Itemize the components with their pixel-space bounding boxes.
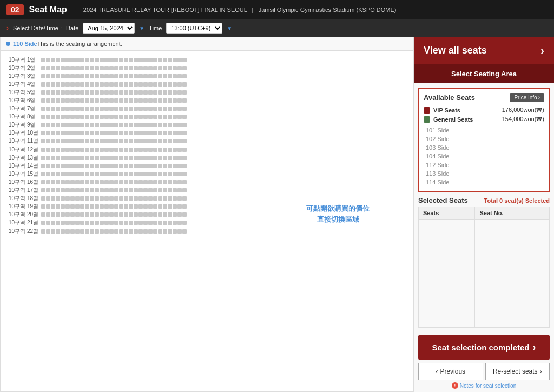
seat[interactable] bbox=[114, 212, 118, 217]
seat[interactable] bbox=[104, 188, 109, 192]
seats-container[interactable] bbox=[41, 123, 187, 127]
seat[interactable] bbox=[51, 66, 55, 70]
seats-container[interactable] bbox=[41, 131, 187, 135]
seat[interactable] bbox=[95, 66, 99, 70]
notes-link[interactable]: ! Notes for seat selection bbox=[418, 382, 550, 389]
seat[interactable] bbox=[56, 58, 60, 62]
seat[interactable] bbox=[95, 188, 99, 192]
seat[interactable] bbox=[138, 139, 143, 143]
seat[interactable] bbox=[51, 139, 55, 143]
date-select[interactable]: Aug 15, 2024 bbox=[83, 23, 135, 34]
seat[interactable] bbox=[41, 82, 45, 87]
seat[interactable] bbox=[168, 156, 172, 160]
seat[interactable] bbox=[61, 82, 65, 87]
seat[interactable] bbox=[177, 107, 182, 111]
seat[interactable] bbox=[143, 212, 148, 217]
seat[interactable] bbox=[70, 172, 75, 176]
seat[interactable] bbox=[129, 98, 133, 103]
seat[interactable] bbox=[65, 82, 70, 87]
seat[interactable] bbox=[95, 123, 99, 127]
seat[interactable] bbox=[129, 212, 133, 217]
seat[interactable] bbox=[61, 148, 65, 152]
seat[interactable] bbox=[182, 148, 187, 152]
seat[interactable] bbox=[75, 90, 80, 95]
seat[interactable] bbox=[90, 115, 94, 119]
seat[interactable] bbox=[41, 123, 45, 127]
seat[interactable] bbox=[56, 115, 60, 119]
seat[interactable] bbox=[51, 196, 55, 201]
seat[interactable] bbox=[153, 164, 157, 168]
seat[interactable] bbox=[124, 82, 128, 87]
seat[interactable] bbox=[61, 131, 65, 135]
seat[interactable] bbox=[158, 115, 162, 119]
seat[interactable] bbox=[158, 98, 162, 103]
seat[interactable] bbox=[168, 221, 172, 225]
seat[interactable] bbox=[75, 229, 80, 234]
seat[interactable] bbox=[70, 66, 75, 70]
seat[interactable] bbox=[124, 139, 128, 143]
previous-button[interactable]: ‹ Previous bbox=[418, 363, 483, 380]
seat[interactable] bbox=[138, 98, 143, 103]
seat[interactable] bbox=[41, 98, 45, 103]
seat[interactable] bbox=[109, 139, 114, 143]
seat[interactable] bbox=[95, 90, 99, 95]
seat[interactable] bbox=[177, 74, 182, 78]
seat[interactable] bbox=[143, 164, 148, 168]
seat[interactable] bbox=[70, 58, 75, 62]
seat[interactable] bbox=[70, 156, 75, 160]
seat[interactable] bbox=[134, 221, 138, 225]
seats-container[interactable] bbox=[41, 58, 187, 62]
seat[interactable] bbox=[56, 131, 60, 135]
seat[interactable] bbox=[70, 107, 75, 111]
seat[interactable] bbox=[158, 229, 162, 234]
seat[interactable] bbox=[104, 221, 109, 225]
seat[interactable] bbox=[119, 139, 123, 143]
seat[interactable] bbox=[114, 66, 118, 70]
seat[interactable] bbox=[100, 172, 104, 176]
seat[interactable] bbox=[129, 139, 133, 143]
seat[interactable] bbox=[51, 82, 55, 87]
seat[interactable] bbox=[134, 58, 138, 62]
seat[interactable] bbox=[46, 164, 50, 168]
seat[interactable] bbox=[163, 115, 167, 119]
seat[interactable] bbox=[119, 66, 123, 70]
seat[interactable] bbox=[65, 164, 70, 168]
seat[interactable] bbox=[134, 115, 138, 119]
seat[interactable] bbox=[100, 196, 104, 201]
seat[interactable] bbox=[168, 229, 172, 234]
seat[interactable] bbox=[65, 156, 70, 160]
seat[interactable] bbox=[46, 148, 50, 152]
seats-container[interactable] bbox=[41, 148, 187, 152]
seat[interactable] bbox=[109, 180, 114, 184]
seat[interactable] bbox=[173, 172, 177, 176]
seat[interactable] bbox=[129, 90, 133, 95]
seat[interactable] bbox=[46, 180, 50, 184]
seat[interactable] bbox=[41, 148, 45, 152]
seat[interactable] bbox=[119, 107, 123, 111]
seat[interactable] bbox=[148, 188, 153, 192]
seat[interactable] bbox=[51, 164, 55, 168]
seat[interactable] bbox=[41, 74, 45, 78]
seat[interactable] bbox=[129, 229, 133, 234]
seat[interactable] bbox=[182, 204, 187, 209]
seat[interactable] bbox=[173, 107, 177, 111]
seat[interactable] bbox=[173, 82, 177, 87]
seat[interactable] bbox=[119, 180, 123, 184]
seat[interactable] bbox=[134, 98, 138, 103]
seat[interactable] bbox=[61, 98, 65, 103]
seat[interactable] bbox=[153, 74, 157, 78]
seat[interactable] bbox=[129, 180, 133, 184]
seat[interactable] bbox=[134, 188, 138, 192]
seat[interactable] bbox=[119, 115, 123, 119]
seat[interactable] bbox=[148, 212, 153, 217]
seat[interactable] bbox=[70, 229, 75, 234]
seat[interactable] bbox=[163, 180, 167, 184]
seat[interactable] bbox=[158, 212, 162, 217]
seat[interactable] bbox=[148, 66, 153, 70]
seat[interactable] bbox=[65, 123, 70, 127]
seat[interactable] bbox=[75, 196, 80, 201]
seat[interactable] bbox=[163, 196, 167, 201]
seat[interactable] bbox=[163, 188, 167, 192]
seat[interactable] bbox=[41, 229, 45, 234]
seat[interactable] bbox=[177, 139, 182, 143]
